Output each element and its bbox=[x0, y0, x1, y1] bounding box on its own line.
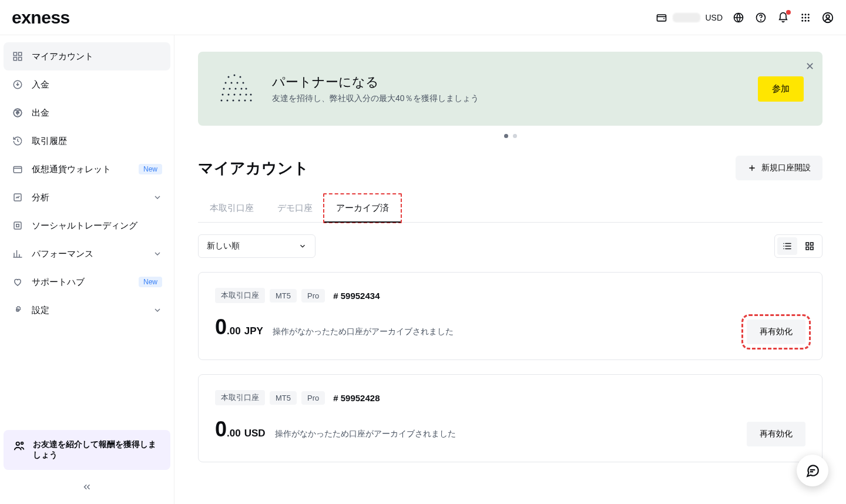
svg-rect-53 bbox=[811, 243, 814, 246]
sidebar-item-label: パフォーマンス bbox=[32, 248, 145, 260]
banner-illustration bbox=[217, 68, 258, 109]
sidebar-item-label: サポートハブ bbox=[32, 277, 130, 288]
svg-rect-22 bbox=[14, 167, 22, 173]
help-icon[interactable] bbox=[754, 11, 767, 24]
account-number: # 59952428 bbox=[333, 393, 380, 403]
balance-decimal: .00 bbox=[227, 325, 241, 337]
svg-point-34 bbox=[243, 82, 244, 84]
svg-point-27 bbox=[21, 442, 24, 445]
history-icon bbox=[12, 135, 24, 147]
withdraw-icon bbox=[12, 107, 24, 119]
svg-point-7 bbox=[801, 16, 803, 18]
performance-icon bbox=[12, 248, 24, 260]
sidebar-item-history[interactable]: 取引履歴 bbox=[4, 127, 170, 155]
dashboard-icon bbox=[12, 51, 24, 62]
referral-promo[interactable]: お友達を紹介して報酬を獲得しましょう bbox=[4, 430, 170, 470]
apps-icon[interactable] bbox=[799, 11, 812, 24]
tab-archived[interactable]: アーカイブ済 bbox=[323, 193, 402, 223]
new-account-button[interactable]: 新規口座開設 bbox=[736, 156, 822, 180]
sort-select[interactable]: 新しい順 bbox=[198, 234, 315, 258]
svg-rect-24 bbox=[14, 222, 21, 229]
svg-point-4 bbox=[801, 14, 803, 15]
balance-integer: 0 bbox=[215, 417, 227, 442]
sidebar-item-settings[interactable]: 設定 bbox=[4, 296, 170, 324]
reactivate-button[interactable]: 再有効化 bbox=[747, 422, 805, 446]
header-right: 00.00 USD bbox=[655, 11, 834, 24]
sidebar-item-label: マイアカウント bbox=[32, 51, 162, 62]
brand-logo[interactable]: exness bbox=[12, 8, 70, 28]
svg-point-6 bbox=[808, 14, 810, 15]
svg-point-11 bbox=[805, 19, 807, 21]
tab-demo[interactable]: デモ口座 bbox=[266, 194, 324, 222]
chevron-down-icon bbox=[153, 193, 162, 202]
profile-icon[interactable] bbox=[821, 11, 834, 24]
chat-fab[interactable] bbox=[797, 455, 828, 486]
carousel-dot[interactable] bbox=[513, 134, 517, 138]
banner-title: パートナーになる bbox=[272, 73, 744, 91]
svg-point-48 bbox=[233, 100, 234, 102]
svg-point-51 bbox=[250, 100, 252, 102]
svg-point-39 bbox=[246, 88, 247, 90]
sidebar-item-label: ソーシャルトレーディング bbox=[32, 220, 162, 231]
sidebar-item-my-accounts[interactable]: マイアカウント bbox=[4, 42, 170, 70]
svg-point-33 bbox=[237, 82, 239, 84]
svg-point-40 bbox=[222, 94, 224, 96]
sidebar-item-social-trading[interactable]: ソーシャルトレーディング bbox=[4, 211, 170, 240]
chevron-down-icon bbox=[153, 305, 162, 315]
svg-rect-18 bbox=[19, 58, 22, 61]
account-balance: 0 .00 JPY bbox=[215, 315, 263, 340]
carousel-dot[interactable] bbox=[504, 134, 508, 138]
crypto-wallet-icon bbox=[12, 163, 24, 175]
new-badge: New bbox=[139, 164, 162, 174]
svg-point-28 bbox=[228, 76, 230, 78]
svg-rect-15 bbox=[14, 52, 16, 55]
sidebar-item-analytics[interactable]: 分析 bbox=[4, 183, 170, 211]
svg-point-8 bbox=[805, 16, 807, 18]
svg-rect-52 bbox=[806, 243, 809, 246]
sidebar-item-crypto-wallet[interactable]: 仮想通貨ウォレット New bbox=[4, 155, 170, 183]
account-platform-tag: MT5 bbox=[270, 391, 297, 405]
sidebar-item-label: 取引履歴 bbox=[32, 136, 162, 147]
notification-dot bbox=[786, 10, 791, 15]
svg-point-49 bbox=[239, 100, 240, 102]
view-list-button[interactable] bbox=[777, 237, 797, 255]
tab-real[interactable]: 本取引口座 bbox=[198, 194, 266, 222]
svg-rect-17 bbox=[14, 58, 16, 61]
account-card: 本取引口座 MT5 Pro # 59952428 0 .00 USD 操作がなか… bbox=[198, 374, 822, 462]
svg-point-35 bbox=[223, 88, 225, 90]
banner-cta-button[interactable]: 参加 bbox=[758, 76, 804, 102]
svg-point-50 bbox=[244, 100, 246, 102]
svg-point-36 bbox=[229, 88, 231, 90]
reactivate-button[interactable]: 再有効化 bbox=[747, 320, 805, 344]
svg-point-42 bbox=[234, 94, 236, 96]
account-status: 操作がなかったため口座がアーカイブされました bbox=[275, 429, 456, 439]
sidebar-item-deposit[interactable]: 入金 bbox=[4, 70, 170, 99]
banner-subtitle: 友達を招待し、弊社収入分の最大40％を獲得しましょう bbox=[272, 93, 744, 104]
referral-icon bbox=[13, 439, 26, 452]
carousel-dots bbox=[198, 134, 822, 138]
close-icon[interactable]: ✕ bbox=[805, 60, 814, 73]
sidebar-item-withdraw[interactable]: 出金 bbox=[4, 99, 170, 127]
account-number: # 59952434 bbox=[333, 291, 380, 301]
language-icon[interactable] bbox=[732, 11, 745, 24]
wallet-currency: USD bbox=[705, 13, 723, 22]
svg-point-32 bbox=[231, 82, 233, 84]
svg-point-44 bbox=[246, 94, 247, 96]
svg-point-45 bbox=[250, 94, 252, 96]
sidebar-item-label: 入金 bbox=[32, 79, 162, 90]
notifications-icon[interactable] bbox=[777, 11, 790, 24]
view-grid-button[interactable] bbox=[800, 237, 820, 255]
wallet-button[interactable]: 00.00 USD bbox=[655, 11, 723, 24]
svg-point-38 bbox=[241, 88, 243, 90]
balance-currency: USD bbox=[244, 428, 266, 439]
balance-decimal: .00 bbox=[227, 428, 241, 439]
referral-text: お友達を紹介して報酬を獲得しましょう bbox=[33, 439, 161, 461]
svg-point-47 bbox=[227, 100, 229, 102]
collapse-sidebar-button[interactable] bbox=[4, 477, 170, 497]
sidebar-item-performance[interactable]: パフォーマンス bbox=[4, 240, 170, 268]
view-toggle bbox=[774, 234, 822, 258]
sidebar-item-label: 仮想通貨ウォレット bbox=[32, 164, 130, 175]
page-title: マイアカウント bbox=[198, 158, 309, 179]
account-platform-tag: MT5 bbox=[270, 289, 297, 303]
sidebar-item-support-hub[interactable]: サポートハブ New bbox=[4, 268, 170, 296]
